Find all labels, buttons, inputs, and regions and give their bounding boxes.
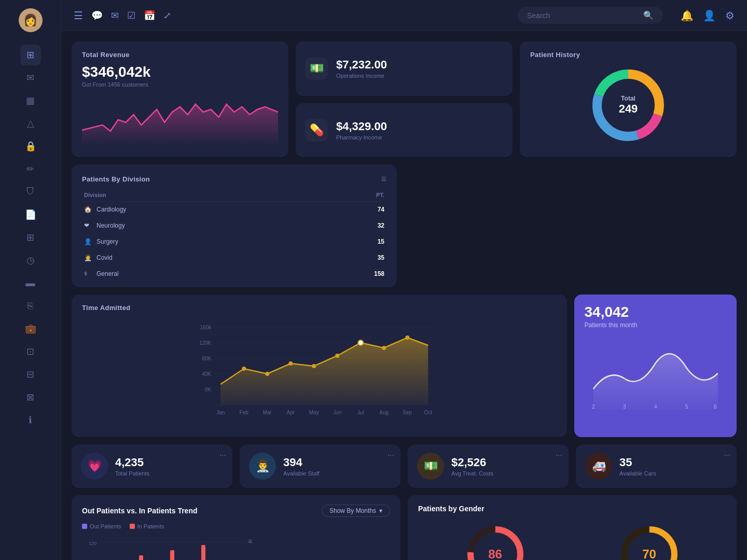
stat-value: 4,235 (115, 456, 149, 469)
revenue-chart (82, 94, 278, 146)
svg-text:80K: 80K (202, 356, 211, 361)
in-patients-dot (130, 524, 135, 529)
operations-income-card: ··· 💵 $7,232.00 Operations Income (296, 41, 513, 96)
division-row-value: 32 (299, 218, 386, 234)
stats-row: ··· 💗 4,235 Total Patients ··· 👨‍⚕ 394 A… (72, 444, 737, 488)
division-table-scroll[interactable]: Division PT. 🏠 Cardiology 74 ❤ Neurology… (82, 185, 386, 278)
out-patients-dot (82, 524, 87, 529)
stat-icon: 🚑 (592, 459, 606, 473)
stat-icon: 💵 (424, 459, 438, 473)
svg-text:≡: ≡ (248, 537, 252, 545)
stat-icon-wrap: 🚑 (585, 453, 612, 480)
svg-point-16 (242, 367, 246, 371)
division-row-name: Cardiology (94, 202, 299, 218)
file-icon[interactable]: 📄 (20, 204, 41, 225)
stat-menu[interactable]: ··· (388, 451, 394, 460)
svg-point-22 (382, 346, 386, 350)
month-label: Patients this month (585, 321, 727, 329)
avatar[interactable]: 👩 (19, 8, 43, 32)
alert-icon[interactable]: △ (20, 113, 41, 134)
row-2: Time Admitted 160k 120K 80K 40K 0K (72, 164, 737, 437)
bar-icon[interactable]: ▬ (20, 273, 41, 293)
history-title: Patient History (530, 51, 726, 59)
division-row: 🧑‍⚕ Covid 35 (82, 250, 386, 266)
stat-menu[interactable]: ··· (556, 451, 562, 460)
stat-icon-wrap: 💵 (417, 453, 444, 480)
other-value: 70 (642, 547, 656, 560)
division-menu[interactable]: ≡ (381, 174, 386, 185)
clock-icon[interactable]: ◷ (20, 250, 41, 271)
svg-text:4: 4 (654, 404, 657, 410)
legend-out-label: Out Patients (90, 523, 121, 529)
user-icon[interactable]: 👤 (703, 9, 716, 22)
stat-label: Available Cars (619, 470, 656, 477)
show-by-months-button[interactable]: Show By Months ▾ (322, 505, 390, 517)
store-icon[interactable]: ⊠ (20, 387, 41, 408)
svg-text:5: 5 (685, 404, 688, 410)
calendar-icon[interactable]: 📅 (144, 10, 155, 21)
edit-icon[interactable]: ✏ (20, 159, 41, 179)
revenue-amount: $346,042k (82, 64, 278, 80)
copy-icon[interactable]: ⎘ (20, 296, 41, 316)
stat-menu[interactable]: ··· (724, 451, 730, 460)
briefcase-icon[interactable]: 💼 (20, 318, 41, 339)
division-row: 👤 Surgery 15 (82, 234, 386, 250)
svg-text:6: 6 (713, 404, 716, 410)
monitor-icon[interactable]: ⊟ (20, 364, 41, 385)
pharmacy-label: Pharmacy Income (336, 134, 387, 141)
stat-card: ··· 🚑 35 Available Cars (576, 444, 737, 488)
bell-icon[interactable]: 🔔 (681, 9, 694, 22)
search-input[interactable] (527, 11, 639, 20)
trend-card: Out Patients vs. In Patients Trend Show … (72, 495, 400, 560)
division-row-icon: 👤 (84, 238, 92, 245)
trend-title: Out Patients vs. In Patients Trend (82, 507, 198, 515)
chat-icon[interactable]: 💬 (91, 10, 103, 21)
stat-label: Available Staff (283, 470, 320, 477)
month-card: 34,042 Patients this month 2 3 4 5 6 (574, 295, 737, 437)
settings-icon[interactable]: ⚙ (725, 9, 735, 22)
division-col-header: Division (82, 189, 299, 202)
svg-text:May: May (309, 410, 319, 415)
operations-amount: $7,232.00 (336, 58, 387, 72)
stat-menu[interactable]: ··· (219, 451, 226, 460)
gender-title: Patients by Gender (418, 505, 726, 513)
sidebar: 👩 ⊞✉▦△🔒✏⛉📄⊞◷▬⎘💼⊡⊟⊠ℹ (0, 0, 61, 560)
history-total-label: Total (619, 95, 638, 102)
table-icon[interactable]: ⊞ (20, 227, 41, 248)
stat-icon-wrap: 👨‍⚕ (249, 453, 276, 480)
info-icon[interactable]: ℹ (20, 410, 41, 430)
menu-icon[interactable]: ☰ (74, 9, 83, 22)
stat-card: ··· 💗 4,235 Total Patients (72, 444, 232, 488)
mail-icon[interactable]: ✉ (20, 67, 41, 88)
pt-col-header: PT. (299, 189, 386, 202)
topbar: ☰ 💬 ✉ ☑ 📅 ⤢ 🔍 🔔 👤 ⚙ (61, 0, 747, 31)
search-box: 🔍 (518, 7, 663, 24)
shield-icon[interactable]: ⛉ (20, 181, 41, 202)
division-row-value: 15 (299, 234, 386, 250)
division-row-icon: ❤ (84, 222, 89, 229)
division-row-name: General (94, 266, 299, 278)
svg-text:120K: 120K (199, 340, 212, 346)
division-row-name: Covid (94, 250, 299, 266)
stat-icon: 👨‍⚕ (256, 459, 270, 473)
division-row: ⚕ General 158 (82, 266, 386, 278)
history-total-value: 249 (619, 102, 638, 116)
svg-point-18 (288, 361, 293, 366)
expand-icon[interactable]: ⤢ (163, 10, 171, 21)
grid-icon[interactable]: ▦ (20, 90, 41, 111)
svg-text:Jul: Jul (357, 410, 364, 415)
filter-label: Show By Months (329, 507, 376, 514)
inbox-icon[interactable]: ⊡ (20, 341, 41, 362)
check-icon[interactable]: ☑ (127, 10, 135, 21)
division-row-name: Neurology (94, 218, 299, 234)
svg-text:Jan: Jan (216, 410, 225, 415)
stat-icon: 💗 (88, 459, 102, 473)
month-value: 34,042 (585, 304, 727, 320)
svg-text:Mar: Mar (263, 410, 272, 415)
division-table: Division PT. 🏠 Cardiology 74 ❤ Neurology… (82, 189, 386, 278)
month-chart: 2 3 4 5 6 (585, 337, 727, 410)
time-admitted-card: Time Admitted 160k 120K 80K 40K 0K (72, 295, 567, 437)
mail-icon[interactable]: ✉ (111, 10, 119, 21)
lock-icon[interactable]: 🔒 (20, 136, 41, 157)
dashboard-icon[interactable]: ⊞ (20, 45, 41, 65)
